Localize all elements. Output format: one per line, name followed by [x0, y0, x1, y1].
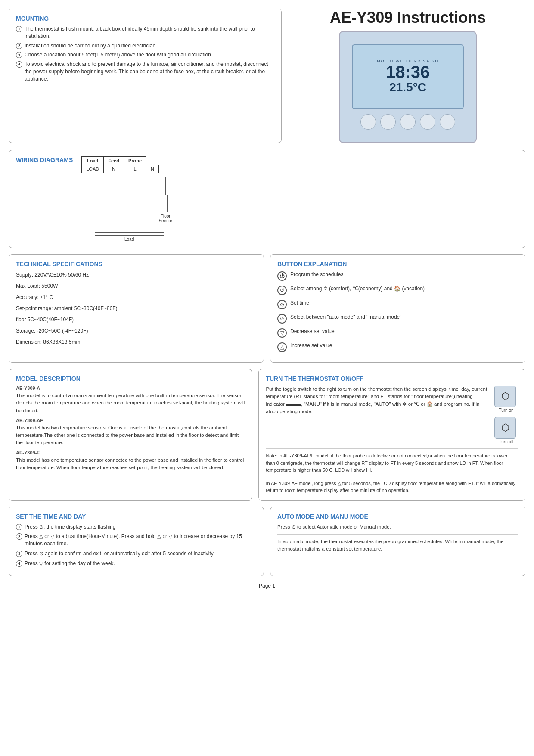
wiring-col-load: Load	[82, 157, 104, 165]
auto-mode-separator	[277, 534, 518, 535]
wiring-cell-load: LOAD	[82, 165, 104, 173]
set-step-4: 4Press ▽ for setting the day of the week…	[16, 560, 257, 567]
btn-exp-text-5: Decrease set value	[290, 328, 335, 335]
btn-exp-text-4: Select between "auto mode" and "manual m…	[290, 314, 402, 321]
btn-exp-item-4: ↺Select between "auto mode" and "manual …	[277, 314, 518, 324]
turn-off-label: Turn off	[494, 439, 518, 444]
load-label: Load	[95, 237, 164, 242]
turn-thermostat-title: TURN THE THERMOSTAT ON/OFF	[266, 375, 518, 382]
mounting-section: MOUNTING 1The thermostat is flush mount,…	[9, 9, 282, 143]
therm-btn-5[interactable]	[440, 114, 455, 130]
model-name-1: AE-Y309-A	[16, 386, 245, 391]
auto-mode-title: AUTO MODE AND MANU MODE	[277, 513, 518, 520]
button-exp-section: BUTTON EXPLANATION ⏻Program the schedule…	[270, 254, 525, 363]
button-exp-title: BUTTON EXPLANATION	[277, 261, 518, 268]
set-step-num-2: 2	[16, 533, 22, 540]
therm-btn-1[interactable]	[360, 114, 376, 130]
mounting-num-4: 4	[16, 61, 22, 68]
btn-exp-item-2: ↺Select among ✲ (comfort), ℃(economy) an…	[277, 285, 518, 295]
wiring-cell-l: L	[124, 165, 146, 173]
btn-exp-item-1: ⏻Program the schedules	[277, 271, 518, 281]
mounting-text-3: Choose a location about 5 feet(1.5 meter…	[25, 51, 212, 59]
spec-row-3: Accuracy: ±1° C	[16, 293, 257, 301]
thermostat-time: 18:36	[386, 63, 430, 81]
turn-thermostat-section: TURN THE THERMOSTAT ON/OFF Put the toggl…	[258, 369, 525, 501]
wiring-section: WIRING DIAGRAMS Load Feed Probe LOAD N L…	[9, 150, 525, 248]
set-step-num-1: 1	[16, 524, 22, 530]
bottom-section: MODEL DESCRIPTION AE-Y309-AThis model is…	[9, 369, 525, 501]
btn-exp-icon-4: ↺	[277, 314, 287, 324]
set-step-text-4: Press ▽ for setting the day of the week.	[25, 560, 115, 567]
tech-spec-rows: Supply: 220VAC±10% 50/60 HzMax Load: 550…	[16, 271, 257, 346]
mounting-list: 1The thermostat is flush mount, a back b…	[16, 25, 274, 83]
mounting-title: MOUNTING	[16, 15, 274, 22]
auto-mode-section: AUTO MODE AND MANU MODE Press ⊙ to selec…	[270, 507, 525, 576]
spec-row-7: Dimension: 86X86X13.5mm	[16, 338, 257, 346]
thermostat-screen: MO TU WE TH FR SA SU 18:36 21.5°C	[352, 44, 464, 109]
mounting-item-4: 4To avoid electrical shock and to preven…	[16, 61, 274, 82]
wiring-col-probe: Probe	[124, 157, 146, 165]
therm-btn-2[interactable]	[380, 114, 396, 130]
btn-exp-text-6: Increase set value	[290, 342, 332, 349]
last-section: SET THE TIME AND DAY 1Press ⊙, the time …	[9, 507, 525, 576]
wiring-title: WIRING DIAGRAMS	[16, 156, 73, 163]
btn-exp-icon-2: ↺	[277, 286, 287, 295]
set-time-title: SET THE TIME AND DAY	[16, 513, 257, 520]
turn-off-img: ⬡	[494, 417, 516, 439]
btn-exp-icon-6: △	[277, 342, 287, 352]
spec-row-2: Max Load: 5500W	[16, 282, 257, 290]
turn-on-main-text: Put the toggle switch to the right to tu…	[266, 386, 487, 414]
model-text-1: This model is to control a room's ambien…	[16, 392, 245, 414]
thermostat-image: MO TU WE TH FR SA SU 18:36 21.5°C	[339, 31, 477, 143]
spec-row-6: Storage: -20C~50C (-4F~120F)	[16, 327, 257, 335]
wiring-cell-p1	[159, 165, 168, 173]
btn-exp-text-3: Set time	[290, 299, 309, 307]
model-text-3: This model has one temperature sensor co…	[16, 457, 245, 472]
wiring-cell-n2: N	[146, 165, 159, 173]
tech-spec-title: TECHNICAL SPECIFICATIONS	[16, 261, 257, 268]
button-exp-items: ⏻Program the schedules↺Select among ✲ (c…	[277, 271, 518, 352]
mid-section: TECHNICAL SPECIFICATIONS Supply: 220VAC±…	[9, 254, 525, 363]
model-text-2: This model has two temperature sensors. …	[16, 424, 245, 447]
model-desc-section: MODEL DESCRIPTION AE-Y309-AThis model is…	[9, 369, 252, 501]
page-title: AE-Y309 Instructions	[330, 9, 486, 27]
spec-row-1: Supply: 220VAC±10% 50/60 Hz	[16, 271, 257, 279]
set-step-text-1: Press ⊙, the time display starts flashin…	[25, 523, 115, 531]
btn-exp-icon-3: ⊙	[277, 300, 287, 309]
btn-exp-item-5: ▽Decrease set value	[277, 328, 518, 338]
set-step-3: 3Press ⊙ again to confirm and exit, or a…	[16, 550, 257, 557]
turn-on-note: Note: in AE-Y309-AF/F model, if the floo…	[266, 448, 518, 474]
model-desc-title: MODEL DESCRIPTION	[16, 375, 245, 382]
turn-on-label: Turn on	[494, 408, 518, 413]
turn-on-images: ⬡ Turn on ⬡ Turn off	[494, 386, 518, 444]
auto-mode-text1: Press ⊙ to select Automatic mode or Manu…	[277, 523, 518, 531]
spec-row-5: floor 5C~40C(40F~104F)	[16, 316, 257, 324]
turn-on-note2-text: In AE-Y309-AF model, long press △ for 5 …	[266, 481, 515, 493]
mounting-num-3: 3	[16, 52, 22, 58]
model-name-2: AE-Y309-AF	[16, 418, 245, 423]
turn-on-note2: In AE-Y309-AF model, long press △ for 5 …	[266, 476, 518, 494]
set-step-num-3: 3	[16, 551, 22, 557]
turn-on-note-text: Note: in AE-Y309-AF/F model, if the floo…	[266, 453, 507, 473]
wiring-cell-p2	[168, 165, 177, 173]
turn-on-text: Put the toggle switch to the right to tu…	[266, 386, 490, 444]
set-step-1: 1Press ⊙, the time display starts flashi…	[16, 523, 257, 531]
wire-line-2	[95, 235, 164, 236]
turn-on-inner: Put the toggle switch to the right to tu…	[266, 386, 518, 444]
wiring-col-feed: Feed	[104, 157, 124, 165]
set-time-list: 1Press ⊙, the time display starts flashi…	[16, 523, 257, 567]
btn-exp-item-3: ⊙Set time	[277, 299, 518, 309]
tech-spec-section: TECHNICAL SPECIFICATIONS Supply: 220VAC±…	[9, 254, 264, 363]
turn-on-indicator: ⬡ Turn on	[494, 386, 518, 413]
wiring-cell-n1: N	[104, 165, 124, 173]
turn-off-indicator: ⬡ Turn off	[494, 417, 518, 444]
btn-exp-text-2: Select among ✲ (comfort), ℃(economy) and…	[290, 285, 425, 292]
floor-sensor-label: FloorSensor	[158, 214, 172, 223]
thermostat-temp: 21.5°C	[389, 81, 426, 94]
therm-btn-4[interactable]	[420, 114, 435, 130]
mounting-item-1: 1The thermostat is flush mount, a back b…	[16, 25, 274, 40]
therm-btn-3[interactable]	[400, 114, 416, 130]
page-footer: Page 1	[9, 583, 525, 589]
mounting-item-3: 3Choose a location about 5 feet(1.5 mete…	[16, 51, 274, 59]
model-name-3: AE-Y309-F	[16, 450, 245, 455]
